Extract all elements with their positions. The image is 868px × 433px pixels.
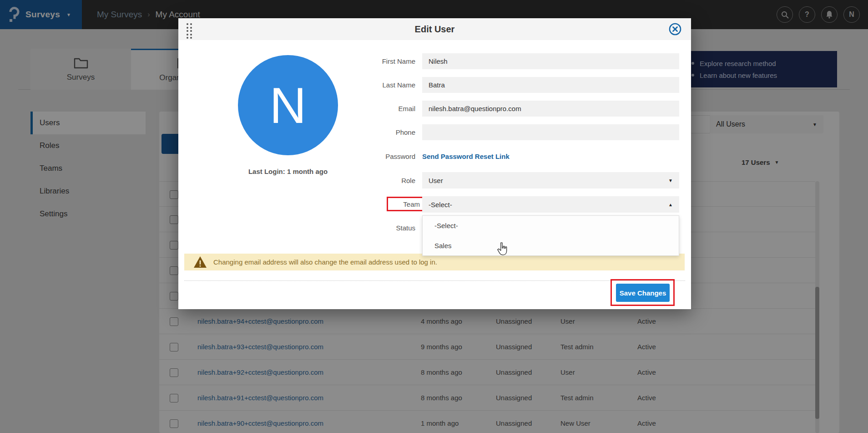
- team-select[interactable]: -Select- ▲: [422, 196, 679, 213]
- close-icon: [668, 22, 682, 36]
- last-name-label: Last Name: [329, 81, 415, 89]
- team-option-select[interactable]: -Select-: [423, 216, 679, 236]
- warning-text: Changing email address will also change …: [213, 258, 437, 266]
- team-option-sales[interactable]: Sales: [423, 236, 679, 256]
- close-button[interactable]: [668, 22, 682, 36]
- footer-divider: [184, 280, 685, 281]
- chevron-up-icon: ▲: [668, 202, 673, 207]
- drag-handle-icon[interactable]: [187, 23, 192, 39]
- first-name-label: First Name: [329, 57, 415, 65]
- warning-banner: Changing email address will also change …: [184, 254, 685, 270]
- modal-header: Edit User: [178, 18, 691, 40]
- first-name-field[interactable]: [422, 53, 679, 69]
- role-select[interactable]: User ▼: [422, 172, 679, 188]
- phone-field[interactable]: [422, 124, 679, 140]
- edit-user-modal: Edit User N Last Login: 1 month ago Firs…: [178, 18, 691, 309]
- team-label: Team: [403, 200, 420, 208]
- avatar-initial: N: [270, 76, 307, 135]
- user-avatar: N: [238, 55, 338, 155]
- send-password-reset-link[interactable]: Send Password Reset Link: [422, 153, 510, 160]
- team-value: -Select-: [429, 201, 452, 209]
- role-value: User: [429, 177, 443, 184]
- email-label: Email: [329, 105, 415, 112]
- warning-icon: [193, 256, 207, 268]
- status-label: Status: [329, 224, 415, 232]
- role-label: Role: [329, 177, 415, 184]
- save-changes-button[interactable]: Save Changes: [616, 284, 670, 302]
- last-login-text: Last Login: 1 month ago: [229, 168, 347, 175]
- team-label-annotation: Team: [387, 197, 424, 211]
- modal-title: Edit User: [178, 18, 691, 40]
- password-label: Password: [329, 153, 415, 160]
- phone-label: Phone: [329, 128, 415, 136]
- mouse-cursor-icon: [497, 242, 508, 258]
- email-field[interactable]: [422, 101, 679, 117]
- chevron-down-icon: ▼: [668, 178, 673, 183]
- last-name-field[interactable]: [422, 77, 679, 93]
- team-dropdown-menu: -Select- Sales: [422, 215, 679, 256]
